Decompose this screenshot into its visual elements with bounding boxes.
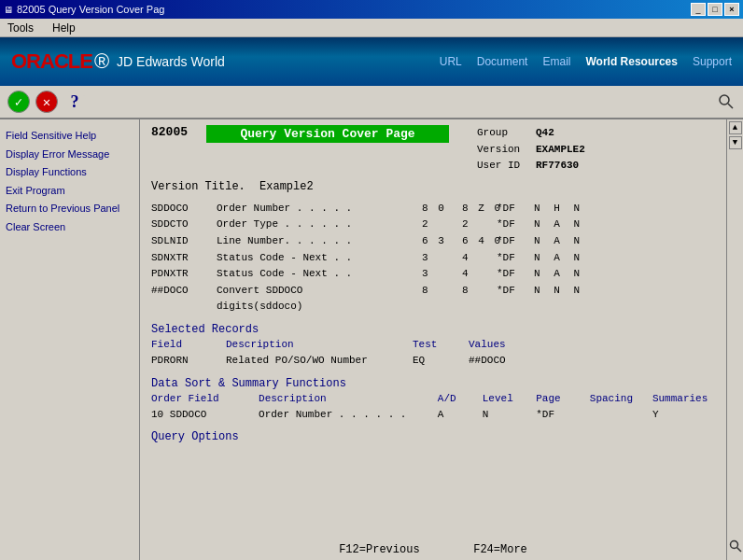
svg-point-0 <box>720 95 729 105</box>
table-row: digits(sddoco) <box>151 299 715 315</box>
maximize-button[interactable]: □ <box>708 3 722 16</box>
sort-col-order: Order Field <box>151 393 259 404</box>
sort-col-desc: Description <box>259 393 438 404</box>
sort-col-ad: A/D <box>438 393 483 404</box>
selected-records-header: Selected Records <box>151 323 715 336</box>
minimize-button[interactable]: _ <box>691 3 706 16</box>
scrollbar: ▲ ▼ <box>726 119 743 560</box>
sidebar: Field Sensitive Help Display Error Messa… <box>0 119 140 560</box>
svg-line-3 <box>736 548 741 553</box>
close-button[interactable]: × <box>724 3 739 16</box>
sort-col-page: Page <box>536 393 590 404</box>
sidebar-display-functions[interactable]: Display Functions <box>6 163 133 182</box>
table-row: SDDCTO Order Type . . . . . . 2 2 *DF N … <box>151 217 715 233</box>
sort-ad: A <box>438 406 483 424</box>
oracle-header: ORACLE ® JD Edwards World URL Document E… <box>0 37 743 86</box>
col-values-label: Values <box>469 339 562 350</box>
version-label: Version <box>477 142 528 159</box>
version-title-label: Version Title. <box>151 180 245 193</box>
oracle-logo: ORACLE ® JD Edwards World <box>11 49 225 74</box>
version-title: Version Title. Example2 <box>151 180 715 193</box>
oracle-wordmark: ORACLE <box>11 49 92 74</box>
search-icon[interactable] <box>717 92 736 111</box>
program-number: 82005 <box>151 125 188 139</box>
query-options: Query Options <box>151 430 715 443</box>
sort-spacing <box>590 406 652 424</box>
function-keys: F12=Previous F24=More <box>140 543 726 556</box>
table-row: SDDOCO Order Number . . . . . 8 0 8 Z 0 … <box>151 201 715 217</box>
nav-support[interactable]: Support <box>693 55 732 68</box>
sort-page: *DF <box>536 406 590 424</box>
selected-record-row: PDRORN Related PO/SO/WO Number EQ ##DOCO <box>151 352 715 370</box>
nav-url[interactable]: URL <box>440 55 462 68</box>
col-desc-label: Description <box>226 339 413 350</box>
sort-level: N <box>483 406 537 424</box>
version-value: EXAMPLE2 <box>536 142 585 159</box>
jde-wordmark: JD Edwards World <box>117 54 225 69</box>
scroll-up-button[interactable]: ▲ <box>729 121 742 134</box>
userid-label: User ID <box>477 158 528 175</box>
userid-row: User ID RF77630 <box>477 158 585 175</box>
main: Field Sensitive Help Display Error Messa… <box>0 119 743 560</box>
table-row: ##DOCO Convert SDDOCO 8 8 *DF N N N <box>151 283 715 300</box>
table-row: PDNXTR Status Code - Next . . 3 4 *DF N … <box>151 266 715 283</box>
table-row: SDNXTR Status Code - Next . . 3 4 *DF N … <box>151 250 715 267</box>
help-button[interactable]: ? <box>63 91 86 113</box>
sort-col-header: Order Field Description A/D Level Page S… <box>151 393 715 404</box>
sort-col-level: Level <box>483 393 537 404</box>
header-nav: URL Document Email World Resources Suppo… <box>440 55 732 68</box>
sidebar-exit-program[interactable]: Exit Program <box>6 182 133 201</box>
group-value: Q42 <box>536 125 554 142</box>
sort-col-summaries: Summaries <box>652 393 715 404</box>
toolbar: ✓ ✕ ? <box>0 86 743 119</box>
sel-field: PDRORN <box>151 352 226 370</box>
sidebar-display-error-message[interactable]: Display Error Message <box>6 146 133 164</box>
selected-col-header: Field Description Test Values <box>151 339 715 350</box>
nav-document[interactable]: Document <box>477 55 528 68</box>
prog-info: Group Q42 Version EXAMPLE2 User ID RF776… <box>477 125 585 175</box>
sel-desc: Related PO/SO/WO Number <box>226 352 413 370</box>
f12-key: F12=Previous <box>339 543 419 556</box>
userid-value: RF77630 <box>536 158 579 175</box>
sidebar-return-to-previous-panel[interactable]: Return to Previous Panel <box>6 200 133 218</box>
titlebar: 🖥 82005 Query Version Cover Pag _ □ × <box>0 0 743 19</box>
menu-tools[interactable]: Tools <box>4 20 37 36</box>
svg-point-2 <box>730 541 737 549</box>
data-table: SDDOCO Order Number . . . . . 8 0 8 Z 0 … <box>151 201 715 315</box>
scroll-search-icon[interactable] <box>729 539 742 556</box>
titlebar-icon: 🖥 <box>4 5 13 15</box>
sel-test: EQ <box>413 352 469 370</box>
version-row: Version EXAMPLE2 <box>477 142 585 159</box>
group-row: Group Q42 <box>477 125 585 142</box>
prog-header: 82005 Query Version Cover Page Group Q42… <box>151 125 715 175</box>
nav-world-resources[interactable]: World Resources <box>585 55 677 68</box>
tm-symbol: ® <box>94 49 109 74</box>
titlebar-controls: _ □ × <box>691 3 739 16</box>
menu-help[interactable]: Help <box>49 20 79 36</box>
sidebar-clear-screen[interactable]: Clear Screen <box>6 218 133 237</box>
sort-summaries: Y <box>652 406 715 424</box>
menubar: Tools Help <box>0 19 743 37</box>
svg-line-1 <box>728 104 733 108</box>
sort-desc: Order Number . . . . . . <box>259 406 438 424</box>
sort-order: 10 SDDOCO <box>151 406 259 424</box>
titlebar-title: 82005 Query Version Cover Pag <box>17 4 164 15</box>
sidebar-field-sensitive-help[interactable]: Field Sensitive Help <box>6 127 133 146</box>
group-label: Group <box>477 125 528 142</box>
col-test-label: Test <box>413 339 469 350</box>
content: 82005 Query Version Cover Page Group Q42… <box>140 119 726 560</box>
sort-data-row: 10 SDDOCO Order Number . . . . . . A N *… <box>151 406 715 424</box>
nav-email[interactable]: Email <box>542 55 570 68</box>
version-title-value: Example2 <box>259 180 314 193</box>
col-field-label: Field <box>151 339 226 350</box>
titlebar-left: 🖥 82005 Query Version Cover Pag <box>4 4 164 15</box>
program-title: Query Version Cover Page <box>206 125 449 143</box>
sel-values: ##DOCO <box>469 352 562 370</box>
check-button[interactable]: ✓ <box>7 91 30 113</box>
f24-key: F24=More <box>473 543 527 556</box>
table-row: SDLNID Line Number. . . . . . 6 3 6 4 0 … <box>151 233 715 250</box>
sort-col-spacing: Spacing <box>590 393 652 404</box>
sort-header: Data Sort & Summary Functions <box>151 377 715 390</box>
scroll-down-button[interactable]: ▼ <box>729 136 742 149</box>
cancel-button[interactable]: ✕ <box>35 91 58 113</box>
